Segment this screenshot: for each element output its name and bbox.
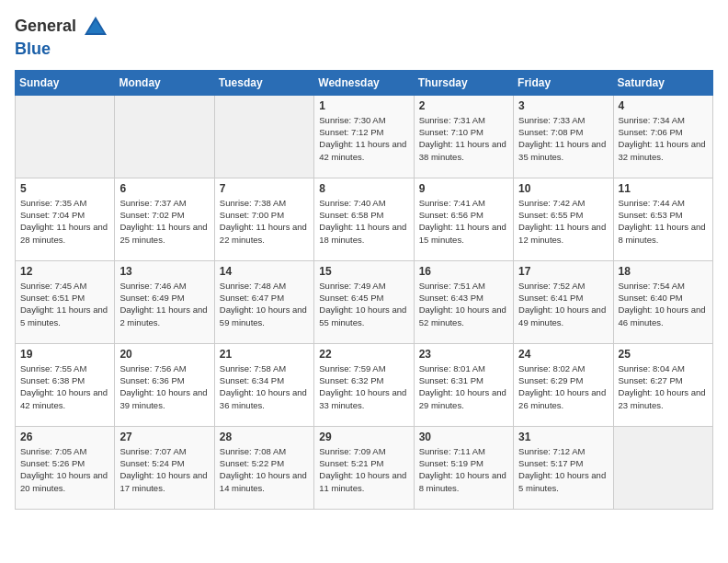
day-info: Sunrise: 7:05 AM Sunset: 5:26 PM Dayligh… (20, 445, 109, 494)
day-number: 21 (220, 348, 309, 361)
day-number: 25 (619, 348, 708, 361)
day-number: 17 (518, 265, 608, 278)
calendar-header: SundayMondayTuesdayWednesdayThursdayFrid… (16, 70, 713, 95)
calendar-cell: 27Sunrise: 7:07 AM Sunset: 5:24 PM Dayli… (115, 426, 214, 509)
calendar-cell: 19Sunrise: 7:55 AM Sunset: 6:38 PM Dayli… (16, 343, 115, 426)
calendar-cell: 29Sunrise: 7:09 AM Sunset: 5:21 PM Dayli… (314, 426, 414, 509)
calendar-cell: 4Sunrise: 7:34 AM Sunset: 7:06 PM Daylig… (613, 95, 712, 178)
week-row-1: 1Sunrise: 7:30 AM Sunset: 7:12 PM Daylig… (16, 95, 713, 178)
day-info: Sunrise: 7:40 AM Sunset: 6:58 PM Dayligh… (319, 197, 408, 246)
calendar-cell: 18Sunrise: 7:54 AM Sunset: 6:40 PM Dayli… (613, 260, 712, 343)
day-number: 23 (419, 348, 508, 361)
calendar-cell (16, 95, 115, 178)
week-row-5: 26Sunrise: 7:05 AM Sunset: 5:26 PM Dayli… (16, 426, 713, 509)
calendar-cell: 9Sunrise: 7:41 AM Sunset: 6:56 PM Daylig… (414, 178, 513, 260)
day-info: Sunrise: 8:02 AM Sunset: 6:29 PM Dayligh… (518, 362, 608, 411)
day-info: Sunrise: 7:44 AM Sunset: 6:53 PM Dayligh… (619, 197, 708, 246)
calendar-cell: 20Sunrise: 7:56 AM Sunset: 6:36 PM Dayli… (115, 343, 214, 426)
day-info: Sunrise: 7:45 AM Sunset: 6:51 PM Dayligh… (20, 280, 109, 328)
day-info: Sunrise: 7:37 AM Sunset: 7:02 PM Dayligh… (119, 197, 209, 246)
page-header: General Blue (15, 15, 713, 59)
day-info: Sunrise: 7:09 AM Sunset: 5:21 PM Dayligh… (319, 445, 408, 494)
day-number: 2 (419, 99, 508, 112)
calendar-cell: 17Sunrise: 7:52 AM Sunset: 6:41 PM Dayli… (514, 260, 613, 343)
calendar-cell: 10Sunrise: 7:42 AM Sunset: 6:55 PM Dayli… (514, 178, 613, 260)
calendar-cell: 31Sunrise: 7:12 AM Sunset: 5:17 PM Dayli… (514, 426, 613, 509)
calendar-cell: 25Sunrise: 8:04 AM Sunset: 6:27 PM Dayli… (613, 343, 712, 426)
day-number: 27 (119, 431, 209, 443)
day-number: 9 (419, 182, 508, 195)
day-number: 16 (419, 265, 508, 278)
day-info: Sunrise: 7:35 AM Sunset: 7:04 PM Dayligh… (20, 197, 109, 246)
day-number: 8 (319, 182, 408, 195)
calendar-cell: 6Sunrise: 7:37 AM Sunset: 7:02 PM Daylig… (115, 178, 214, 260)
day-info: Sunrise: 7:56 AM Sunset: 6:36 PM Dayligh… (119, 362, 209, 411)
calendar-cell: 8Sunrise: 7:40 AM Sunset: 6:58 PM Daylig… (314, 178, 414, 260)
logo-icon (83, 15, 108, 40)
calendar-cell: 16Sunrise: 7:51 AM Sunset: 6:43 PM Dayli… (414, 260, 513, 343)
day-number: 20 (119, 348, 209, 361)
logo-general: General (15, 17, 76, 35)
day-info: Sunrise: 7:59 AM Sunset: 6:32 PM Dayligh… (319, 362, 408, 411)
day-number: 15 (319, 265, 408, 278)
calendar-cell: 14Sunrise: 7:48 AM Sunset: 6:47 PM Dayli… (214, 260, 313, 343)
day-info: Sunrise: 7:54 AM Sunset: 6:40 PM Dayligh… (619, 280, 708, 328)
day-info: Sunrise: 7:41 AM Sunset: 6:56 PM Dayligh… (419, 197, 508, 246)
day-header-friday: Friday (514, 70, 613, 95)
calendar-cell (214, 95, 313, 178)
day-header-sunday: Sunday (16, 70, 115, 95)
day-info: Sunrise: 7:12 AM Sunset: 5:17 PM Dayligh… (518, 445, 608, 494)
calendar-cell: 11Sunrise: 7:44 AM Sunset: 6:53 PM Dayli… (613, 178, 712, 260)
calendar-cell: 12Sunrise: 7:45 AM Sunset: 6:51 PM Dayli… (16, 260, 115, 343)
day-info: Sunrise: 7:46 AM Sunset: 6:49 PM Dayligh… (119, 280, 209, 328)
day-number: 12 (20, 265, 109, 278)
day-number: 19 (20, 348, 109, 361)
day-number: 22 (319, 348, 408, 361)
day-info: Sunrise: 7:48 AM Sunset: 6:47 PM Dayligh… (220, 280, 309, 328)
calendar-cell: 15Sunrise: 7:49 AM Sunset: 6:45 PM Dayli… (314, 260, 414, 343)
day-info: Sunrise: 7:08 AM Sunset: 5:22 PM Dayligh… (220, 445, 309, 494)
day-info: Sunrise: 7:42 AM Sunset: 6:55 PM Dayligh… (518, 197, 608, 246)
week-row-2: 5Sunrise: 7:35 AM Sunset: 7:04 PM Daylig… (16, 178, 713, 260)
day-number: 10 (518, 182, 608, 195)
calendar-cell: 3Sunrise: 7:33 AM Sunset: 7:08 PM Daylig… (514, 95, 613, 178)
calendar-cell: 13Sunrise: 7:46 AM Sunset: 6:49 PM Dayli… (115, 260, 214, 343)
day-number: 4 (619, 99, 708, 112)
calendar-cell: 21Sunrise: 7:58 AM Sunset: 6:34 PM Dayli… (214, 343, 313, 426)
day-info: Sunrise: 7:33 AM Sunset: 7:08 PM Dayligh… (518, 114, 608, 163)
week-row-3: 12Sunrise: 7:45 AM Sunset: 6:51 PM Dayli… (16, 260, 713, 343)
day-number: 13 (119, 265, 209, 278)
day-number: 7 (220, 182, 309, 195)
calendar-table: SundayMondayTuesdayWednesdayThursdayFrid… (15, 70, 713, 510)
calendar-cell: 24Sunrise: 8:02 AM Sunset: 6:29 PM Dayli… (514, 343, 613, 426)
day-number: 26 (20, 431, 109, 443)
day-number: 5 (20, 182, 109, 195)
day-header-wednesday: Wednesday (314, 70, 414, 95)
calendar-cell: 1Sunrise: 7:30 AM Sunset: 7:12 PM Daylig… (314, 95, 414, 178)
day-info: Sunrise: 8:04 AM Sunset: 6:27 PM Dayligh… (619, 362, 708, 411)
calendar-cell: 26Sunrise: 7:05 AM Sunset: 5:26 PM Dayli… (16, 426, 115, 509)
calendar-cell (115, 95, 214, 178)
day-number: 29 (319, 431, 408, 443)
week-row-4: 19Sunrise: 7:55 AM Sunset: 6:38 PM Dayli… (16, 343, 713, 426)
logo-block: General Blue (15, 15, 108, 59)
calendar-body: 1Sunrise: 7:30 AM Sunset: 7:12 PM Daylig… (16, 95, 713, 509)
calendar-cell: 28Sunrise: 7:08 AM Sunset: 5:22 PM Dayli… (214, 426, 313, 509)
day-number: 31 (518, 431, 608, 443)
day-number: 14 (220, 265, 309, 278)
day-number: 28 (220, 431, 309, 443)
day-info: Sunrise: 7:07 AM Sunset: 5:24 PM Dayligh… (119, 445, 209, 494)
header-row: SundayMondayTuesdayWednesdayThursdayFrid… (16, 70, 713, 95)
day-info: Sunrise: 7:31 AM Sunset: 7:10 PM Dayligh… (419, 114, 508, 163)
day-info: Sunrise: 7:30 AM Sunset: 7:12 PM Dayligh… (319, 114, 408, 163)
calendar-cell: 23Sunrise: 8:01 AM Sunset: 6:31 PM Dayli… (414, 343, 513, 426)
day-number: 24 (518, 348, 608, 361)
day-info: Sunrise: 7:34 AM Sunset: 7:06 PM Dayligh… (619, 114, 708, 163)
day-header-saturday: Saturday (613, 70, 712, 95)
logo: General Blue (15, 15, 108, 59)
day-number: 18 (619, 265, 708, 278)
day-info: Sunrise: 7:49 AM Sunset: 6:45 PM Dayligh… (319, 280, 408, 328)
day-info: Sunrise: 7:11 AM Sunset: 5:19 PM Dayligh… (419, 445, 508, 494)
calendar-cell: 5Sunrise: 7:35 AM Sunset: 7:04 PM Daylig… (16, 178, 115, 260)
day-header-thursday: Thursday (414, 70, 513, 95)
